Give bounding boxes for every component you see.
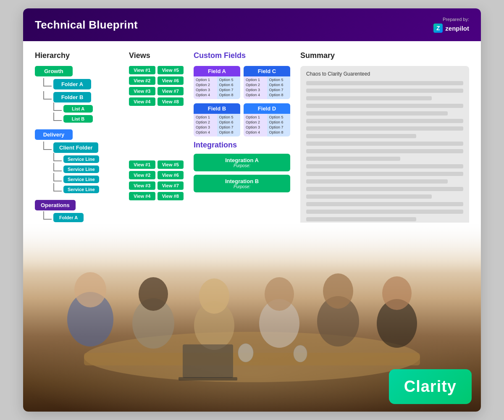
- summary-line-11: [306, 157, 400, 161]
- summary-line-12: [306, 164, 463, 168]
- view-btn-1-4: View #4: [129, 97, 155, 106]
- field-a-opt7: Option 7: [219, 88, 239, 92]
- field-a-header: Field A: [194, 66, 240, 76]
- summary-line-9: [306, 142, 463, 146]
- svg-point-3: [74, 272, 106, 307]
- view-btn-1-8: View #8: [158, 97, 184, 106]
- operations-root: Operations: [35, 200, 119, 210]
- summary-line-1: [306, 81, 463, 85]
- growth-root: Growth: [35, 66, 119, 76]
- integration-b-purpose: Purpose:: [200, 184, 284, 189]
- views-group-1: View #1 View #5 View #2 View #6 View #3 …: [129, 66, 184, 106]
- field-b-opt1: Option 1: [196, 115, 215, 119]
- field-a-opt4: Option 4: [196, 93, 215, 97]
- field-d-opt3: Option 3: [246, 125, 265, 129]
- connector-line: [53, 163, 62, 171]
- service-line-4: Service Line: [53, 186, 119, 193]
- client-folder-item: Client Folder: [43, 142, 119, 153]
- field-a-opt2: Option 2: [196, 83, 215, 87]
- ops-folder-a: Folder A: [43, 213, 119, 222]
- connector-line: [53, 102, 62, 111]
- field-b-opt7: Option 7: [219, 125, 239, 129]
- field-d-header: Field D: [244, 103, 290, 114]
- field-d-opt8: Option 8: [269, 130, 289, 134]
- integration-a-btn: Integration A Purpose:: [194, 154, 290, 171]
- integration-b-btn: Integration B Purpose:: [194, 175, 290, 192]
- hierarchy-title: Hierarchy: [35, 51, 119, 60]
- svg-point-9: [265, 277, 294, 311]
- view-btn-1-3: View #3: [129, 87, 155, 95]
- connector-line: [53, 183, 62, 192]
- list-a-box: List A: [63, 105, 93, 113]
- view-btn-2-4: View #4: [129, 192, 155, 200]
- svg-point-7: [199, 278, 229, 314]
- field-c-opt8: Option 8: [269, 93, 289, 97]
- service-line-box-3: Service Line: [63, 176, 99, 183]
- zenpilot-text: zenpilot: [445, 25, 469, 32]
- field-b-opt6: Option 6: [219, 120, 239, 124]
- field-a-opt8: Option 8: [219, 93, 239, 97]
- view-btn-1-1: View #1: [129, 66, 155, 74]
- view-btn-2-8: View #8: [158, 192, 184, 200]
- field-b-opt5: Option 5: [219, 115, 239, 119]
- field-c-header: Field C: [244, 66, 290, 76]
- field-d-opt4: Option 4: [246, 130, 265, 134]
- field-b-right: Option 5 Option 6 Option 7 Option 8: [217, 114, 241, 136]
- list-b-item: List B: [53, 115, 119, 123]
- svg-point-17: [294, 345, 307, 362]
- summary-line-6: [306, 119, 463, 123]
- service-line-box-1: Service Line: [63, 155, 99, 163]
- field-c-opt2: Option 2: [246, 83, 265, 87]
- field-c-opt4: Option 4: [246, 93, 265, 97]
- integrations-title: Integrations: [194, 141, 290, 150]
- delivery-box: Delivery: [35, 129, 73, 140]
- summary-line-16: [306, 194, 432, 199]
- field-a-box: Field A Option 1 Option 2 Option 3 Optio…: [194, 66, 240, 99]
- connector-line: [43, 78, 52, 87]
- connector-line: [53, 113, 62, 121]
- views-grid-2: View #1 View #5 View #2 View #6 View #3 …: [129, 160, 184, 200]
- header: Technical Blueprint Prepared by: Z zenpi…: [23, 8, 481, 41]
- view-btn-2-3: View #3: [129, 181, 155, 190]
- view-btn-2-1: View #1: [129, 160, 155, 169]
- connector-line: [53, 153, 62, 161]
- field-b-opt3: Option 3: [196, 125, 215, 129]
- field-a-left: Option 1 Option 2 Option 3 Option 4: [194, 76, 217, 99]
- field-d-left: Option 1 Option 2 Option 3 Option 4: [244, 114, 267, 136]
- view-btn-2-6: View #6: [158, 171, 184, 179]
- zp-z-letter: Z: [436, 25, 440, 32]
- growth-tree: Growth Folder A Folder B List A List B: [35, 66, 119, 123]
- field-a-opt1: Option 1: [196, 78, 215, 82]
- prepared-by-label: Prepared by:: [443, 17, 469, 22]
- integration-a-name: Integration A: [200, 157, 284, 163]
- svg-point-5: [139, 277, 168, 311]
- service-line-2: Service Line: [53, 165, 119, 173]
- summary-line-2: [306, 89, 463, 93]
- zenpilot-logo: Z zenpilot: [433, 24, 469, 33]
- field-b-opt2: Option 2: [196, 120, 215, 124]
- view-btn-2-5: View #5: [158, 160, 184, 169]
- delivery-tree: Delivery Client Folder Service Line Serv…: [35, 129, 119, 193]
- client-folder-box: Client Folder: [53, 142, 98, 153]
- service-line-box-4: Service Line: [63, 186, 99, 193]
- field-c-right: Option 5 Option 6 Option 7 Option 8: [267, 76, 291, 99]
- views-grid-1: View #1 View #5 View #2 View #6 View #3 …: [129, 66, 184, 106]
- field-a-right: Option 5 Option 6 Option 7 Option 8: [217, 76, 241, 99]
- clarity-text: Clarity: [404, 378, 457, 395]
- svg-rect-18: [23, 223, 481, 273]
- folder-b-item: Folder B: [43, 92, 119, 102]
- operations-box: Operations: [35, 200, 76, 210]
- field-c-box: Field C Option 1 Option 2 Option 3 Optio…: [244, 66, 290, 99]
- views-title: Views: [129, 51, 184, 60]
- growth-box: Growth: [35, 66, 73, 76]
- svg-rect-15: [178, 377, 237, 381]
- field-d-box: Field D Option 1 Option 2 Option 3 Optio…: [244, 103, 290, 136]
- integration-a-purpose: Purpose:: [200, 163, 284, 168]
- view-btn-2-7: View #7: [158, 181, 184, 190]
- field-d-opt5: Option 5: [269, 115, 289, 119]
- folder-a-box: Folder A: [53, 79, 91, 89]
- field-d-opt1: Option 1: [246, 115, 265, 119]
- service-line-box-2: Service Line: [63, 165, 99, 173]
- view-btn-1-5: View #5: [158, 66, 184, 74]
- summary-line-10: [306, 149, 463, 153]
